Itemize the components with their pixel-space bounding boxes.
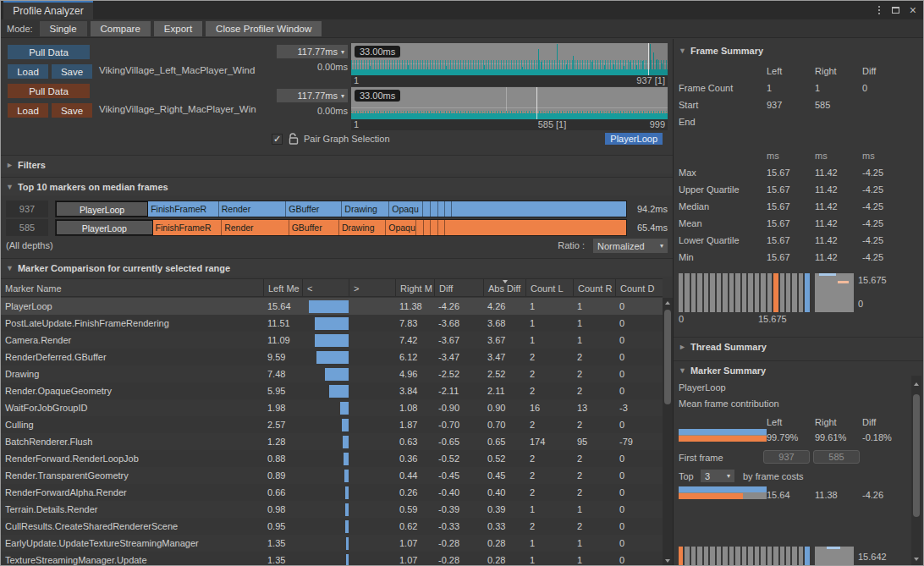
marker-comparison-row[interactable]: Culling2.571.87-0.700.70220	[1, 416, 663, 433]
column-count-right[interactable]: Count R	[573, 279, 615, 296]
marker-comparison-row[interactable]: Terrain.Details.Render0.980.59-0.390.391…	[1, 501, 663, 518]
scrollbar-thumb[interactable]	[913, 394, 920, 517]
mode-button-single[interactable]: Single	[40, 21, 87, 36]
scale-dropdown-left[interactable]: 117.77ms▾	[277, 45, 348, 58]
thread-summary-header[interactable]: ► Thread Summary	[679, 342, 767, 352]
marker-segment-small[interactable]	[424, 220, 432, 235]
marker-segment-small[interactable]	[445, 220, 626, 235]
top-n-dropdown[interactable]: 3 ▾	[701, 470, 734, 482]
marker-comparison-row[interactable]: BatchRenderer.Flush1.280.63-0.650.651749…	[1, 433, 663, 450]
marker-comparison-row[interactable]: Drawing7.484.96-2.522.52220	[1, 365, 663, 382]
column-count-left[interactable]: Count L	[525, 279, 573, 296]
marker-comparison-row[interactable]: PlayerLoop15.6411.38-4.264.26110	[1, 298, 663, 315]
unlock-icon[interactable]	[289, 133, 299, 145]
marker-comparison-row[interactable]: RenderForward.RenderLoopJob0.880.36-0.52…	[1, 450, 663, 467]
top10-section-header[interactable]: ▼ Top 10 markers on median frames	[1, 177, 673, 195]
cell-count-right: 2	[573, 365, 615, 382]
pair-graph-selection-checkbox[interactable]: ✓	[272, 134, 283, 145]
load-left-button[interactable]: Load	[8, 64, 48, 79]
marker-comparison-row[interactable]: RenderDeferred.GBuffer9.596.12-3.473.472…	[1, 349, 663, 365]
marker-segment-small[interactable]	[416, 220, 424, 235]
table-scrollbar[interactable]	[663, 298, 673, 566]
maximize-icon[interactable]	[892, 7, 899, 14]
first-frame-left-button[interactable]: 937	[763, 450, 810, 464]
column-right-bar[interactable]: >	[349, 279, 395, 296]
column-right-median[interactable]: Right M	[395, 279, 434, 296]
column-count-diff[interactable]: Count D	[615, 279, 663, 296]
column-marker-name[interactable]: Marker Name	[1, 279, 263, 296]
column-left-median[interactable]: Left Me	[263, 279, 302, 296]
marker-comparison-row[interactable]: Render.TransparentGeometry0.890.44-0.450…	[1, 467, 663, 484]
marker-segment-small[interactable]	[438, 220, 446, 235]
frame-time-spike	[573, 56, 574, 69]
marker-time-histogram[interactable]	[679, 547, 810, 566]
column-diff[interactable]: Diff	[434, 279, 483, 296]
column-abs-diff[interactable]: Abs Diff	[483, 279, 525, 296]
marker-summary-header[interactable]: ▼ Marker Summary	[679, 365, 766, 376]
marker-comparison-row[interactable]: EarlyUpdate.UpdateTextureStreamingManage…	[1, 535, 663, 552]
marker-segment[interactable]: GBuffer	[286, 201, 342, 217]
marker-comparison-row[interactable]: CullResults.CreateSharedRendererScene0.9…	[1, 518, 663, 535]
summary-scrollbar[interactable]	[911, 376, 921, 566]
pull-data-left-button[interactable]: Pull Data	[8, 45, 90, 59]
save-left-button[interactable]: Save	[52, 64, 92, 79]
frame-graph-left[interactable]: 33.00ms	[351, 43, 668, 75]
marker-segment[interactable]: FinishFrameR	[153, 220, 223, 235]
selected-marker-chip[interactable]: PlayerLoop	[605, 133, 663, 145]
marker-comparison-row[interactable]: PostLateUpdate.FinishFrameRendering11.51…	[1, 315, 663, 332]
scroll-up-icon[interactable]	[665, 301, 670, 305]
chevron-down-icon: ▾	[341, 92, 344, 100]
comparison-section-header[interactable]: ▼ Marker Comparison for currently select…	[1, 258, 673, 277]
marker-segment-small[interactable]	[423, 201, 431, 217]
scroll-up-icon[interactable]	[914, 382, 919, 386]
marker-segment[interactable]: Drawing	[342, 201, 389, 217]
summary-value: -4.25	[862, 218, 913, 228]
marker-segment[interactable]: PlayerLoop	[56, 201, 148, 217]
marker-segment-small[interactable]	[452, 201, 626, 217]
export-button[interactable]: Export	[154, 21, 202, 36]
cell-count-left: 1	[525, 298, 573, 315]
col-diff: Diff	[862, 66, 913, 76]
save-right-button[interactable]: Save	[52, 103, 92, 118]
load-right-button[interactable]: Load	[8, 103, 48, 118]
marker-segment-small[interactable]	[431, 220, 437, 235]
close-icon[interactable]: ×	[910, 4, 916, 16]
scrollbar-thumb[interactable]	[664, 310, 671, 404]
cell-marker-name: Terrain.Details.Render	[1, 501, 263, 518]
kebab-menu-icon[interactable]	[877, 4, 882, 16]
marker-comparison-row[interactable]: TextureStreamingManager.Update1.351.07-0…	[1, 552, 663, 566]
marker-segment[interactable]: Drawing	[339, 220, 386, 235]
close-profiler-window-button[interactable]: Close Profiler Window	[206, 21, 322, 36]
pull-data-right-button[interactable]: Pull Data	[8, 84, 90, 98]
marker-comparison-row[interactable]: WaitForJobGroupID1.981.08-0.900.901613-3	[1, 399, 663, 416]
marker-comparison-row[interactable]: Render.OpaqueGeometry5.953.84-2.112.1122…	[1, 382, 663, 399]
marker-summary-columns: Left Right Diff	[679, 414, 919, 431]
frame-summary-header[interactable]: ▼ Frame Summary	[679, 46, 763, 56]
marker-segment[interactable]: Render	[222, 220, 289, 235]
marker-segment[interactable]: FinishFrameR	[148, 201, 219, 217]
marker-comparison-row[interactable]: RenderForwardAlpha.Render0.660.26-0.400.…	[1, 484, 663, 501]
ratio-dropdown[interactable]: Normalized ▾	[593, 239, 668, 253]
marker-segment-small[interactable]	[445, 201, 453, 217]
marker-segment[interactable]: Opaqu	[389, 201, 423, 217]
marker-comparison-row[interactable]: Camera.Render11.097.42-3.673.67110	[1, 332, 663, 349]
column-left-bar[interactable]: <	[302, 279, 349, 296]
frame-time-histogram[interactable]	[679, 273, 810, 312]
cell-left-median: 1.98	[263, 399, 302, 416]
marker-segment[interactable]: Render	[219, 201, 287, 217]
first-frame-right-button[interactable]: 585	[813, 450, 860, 464]
marker-segment[interactable]: Opaqu	[386, 220, 416, 235]
scale-dropdown-right[interactable]: 117.77ms▾	[277, 89, 348, 102]
frame-graph-right[interactable]: 33.00ms	[351, 87, 668, 119]
marker-segment[interactable]: PlayerLoop	[56, 220, 153, 235]
marker-segment-small[interactable]	[431, 201, 438, 217]
tab-profile-analyzer[interactable]: Profile Analyzer	[3, 1, 93, 19]
scroll-down-icon[interactable]	[665, 559, 670, 563]
mode-button-compare[interactable]: Compare	[91, 21, 151, 36]
top-markers-bar[interactable]: PlayerLoopFinishFrameRRenderGBufferDrawi…	[55, 219, 627, 236]
filters-section-header[interactable]: ► Filters	[1, 155, 673, 173]
top-markers-bar[interactable]: PlayerLoopFinishFrameRRenderGBufferDrawi…	[55, 201, 627, 217]
marker-segment-small[interactable]	[438, 201, 445, 217]
marker-segment[interactable]: GBuffer	[289, 220, 339, 235]
scroll-down-icon[interactable]	[914, 558, 919, 561]
